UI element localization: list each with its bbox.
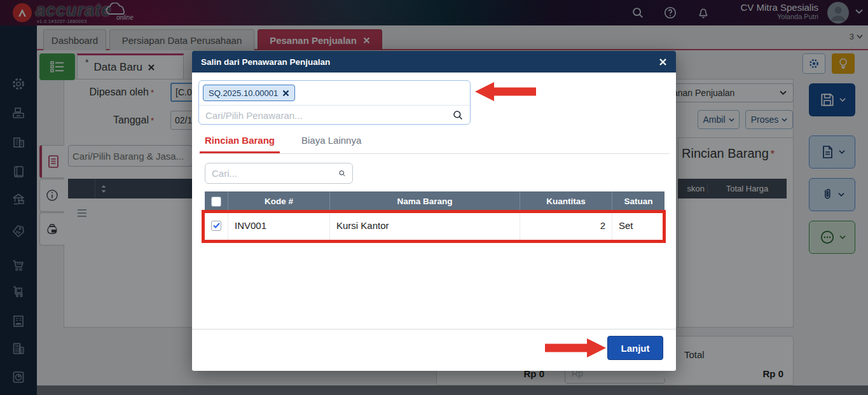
- modal-tabs-divider: [198, 153, 670, 154]
- annotation-row-highlight-rectangle: [202, 210, 666, 243]
- modal-tabs: Rincian Barang Biaya Lainnya: [200, 131, 366, 153]
- chip-label: SQ.2025.10.00001: [209, 88, 278, 98]
- item-filter-input[interactable]: [212, 168, 338, 179]
- table-header-row: Kode # Nama Barang Kuantitas Satuan: [205, 191, 665, 211]
- modal-tab-rincian-barang[interactable]: Rincian Barang: [200, 131, 280, 153]
- col-kode: Kode #: [228, 191, 329, 211]
- lanjut-label: Lanjut: [621, 343, 650, 354]
- modal-header: Salin dari Penawaran Penjualan: [192, 51, 676, 73]
- item-filter-box: [205, 163, 353, 184]
- modal-close-icon[interactable]: [659, 58, 667, 66]
- annotation-arrow-right-icon: [544, 337, 607, 359]
- search-icon[interactable]: [338, 168, 346, 179]
- lanjut-button[interactable]: Lanjut: [607, 336, 663, 360]
- modal-footer-divider: [192, 329, 676, 329]
- quotation-search-input[interactable]: [205, 110, 452, 121]
- modal-tab-biaya-lainnya[interactable]: Biaya Lainnya: [296, 131, 366, 153]
- annotation-arrow-left-icon: [474, 81, 537, 102]
- quotation-search-row: [199, 105, 470, 125]
- col-satuan: Satuan: [612, 191, 665, 211]
- selected-quotation-chip: SQ.2025.10.00001: [203, 85, 295, 101]
- search-icon[interactable]: [452, 109, 464, 121]
- remove-chip-icon[interactable]: [282, 90, 289, 97]
- col-nama-barang: Nama Barang: [329, 191, 520, 211]
- col-kuantitas: Kuantitas: [520, 191, 612, 211]
- quotation-picker[interactable]: SQ.2025.10.00001: [198, 80, 471, 125]
- select-all-checkbox[interactable]: [211, 197, 221, 207]
- modal-title: Salin dari Penawaran Penjualan: [201, 57, 330, 67]
